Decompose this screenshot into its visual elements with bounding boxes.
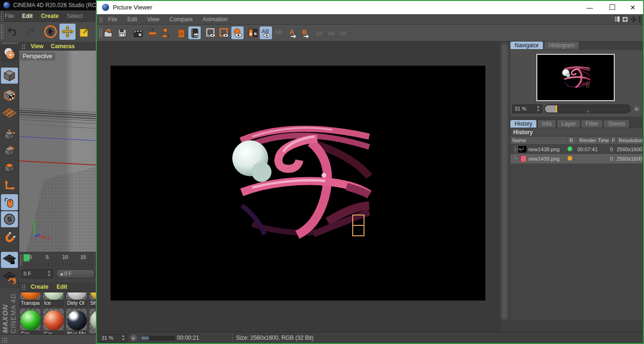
ab-grid-button[interactable]: AB <box>325 26 338 39</box>
history-row-1[interactable]: new1438.png 00:07:41 0 2560x1600 <box>510 145 643 154</box>
polygons-mode-button[interactable] <box>1 160 18 176</box>
set-as-b-button[interactable]: B <box>299 26 312 39</box>
viewport-menu-cameras[interactable]: Cameras <box>51 43 75 50</box>
live-selection-tool[interactable] <box>42 24 59 40</box>
tab-history[interactable]: History <box>510 120 537 128</box>
material-thumb-car-paint-green[interactable]: Car Pain <box>19 308 41 334</box>
set-as-a-button[interactable]: A <box>287 26 299 39</box>
material-menubar-grip[interactable] <box>21 284 26 290</box>
save-image-button[interactable]: ? <box>116 26 128 39</box>
status-zoom-menu-button[interactable]: ▶ <box>130 334 137 342</box>
palette-grip[interactable] <box>1 42 18 44</box>
undo-button[interactable] <box>5 24 21 40</box>
redo-button[interactable] <box>22 24 38 40</box>
viewport-solo-button[interactable] <box>1 194 18 210</box>
material-menu-edit[interactable]: Edit <box>57 284 68 290</box>
history-row-2[interactable]: new1439.png 0 2560x1600 <box>510 154 643 163</box>
navigator-zoom-slider[interactable] <box>544 104 631 113</box>
frame-spinner[interactable]: ▲▼ <box>47 270 51 277</box>
navigator-thumbnail[interactable] <box>536 54 615 101</box>
maximize-button[interactable]: ☐ <box>602 1 623 14</box>
tab-layer[interactable]: Layer <box>557 120 580 128</box>
open-image-button[interactable] <box>102 26 115 39</box>
timeline-ruler[interactable]: 0 5 10 15 <box>19 252 96 267</box>
show-alpha-button[interactable] <box>231 26 244 39</box>
axis-mode-button[interactable] <box>1 177 18 193</box>
magnet-snap-button[interactable] <box>1 230 18 246</box>
c4d-menu-select[interactable]: Select <box>67 13 82 19</box>
ab-sequence-button[interactable]: AB <box>337 26 349 39</box>
statusbar-grip[interactable] <box>1 337 8 343</box>
pv-titlebar[interactable]: Picture Viewer — ☐ ✕ <box>97 1 643 14</box>
pv-menu-compare[interactable]: Compare <box>169 16 193 23</box>
zoom-slider-marker[interactable] <box>556 105 557 112</box>
tab-stereo[interactable]: Stereo <box>603 120 629 128</box>
tab-histogram[interactable]: Histogram <box>544 41 579 50</box>
compare-ab-disabled-button[interactable]: AB <box>272 26 285 39</box>
show-image-a-button[interactable] <box>205 26 217 39</box>
history-section-title: History <box>510 128 643 137</box>
c4d-menu-file[interactable]: File <box>5 13 14 19</box>
close-button[interactable]: ✕ <box>622 1 643 14</box>
c4d-menu-edit[interactable]: Edit <box>22 13 33 19</box>
frame-slider[interactable]: ◀ 0 F <box>56 269 95 278</box>
compare-ab-button[interactable]: A B <box>247 26 259 39</box>
edges-mode-button[interactable] <box>1 143 18 159</box>
timeline-grip[interactable] <box>19 254 23 267</box>
tab-filter[interactable]: Filter <box>581 120 603 128</box>
history-column-headers[interactable]: Name R Render Time F Resolution <box>510 137 643 145</box>
pv-toolbar-grip[interactable] <box>98 28 102 38</box>
move-image-down-button[interactable] <box>146 26 159 39</box>
snap-s-button[interactable]: S <box>1 211 18 227</box>
material-thumb-blue-metal[interactable]: Blue Me <box>66 308 87 334</box>
add-cube-button[interactable] <box>1 68 18 84</box>
material-cube-button[interactable] <box>1 87 18 103</box>
scale-tool[interactable] <box>76 24 93 40</box>
render-settings-button[interactable] <box>132 26 144 39</box>
tab-navigator[interactable]: Navigator <box>510 41 543 50</box>
perspective-viewport[interactable]: Y X Perspective <box>19 51 96 255</box>
pv-menu-animation[interactable]: Animation <box>203 16 228 23</box>
material-thumb-partial-1[interactable]: Sh <box>89 292 96 307</box>
zoom-spinner[interactable]: ▲▼ <box>536 105 540 112</box>
reset-workplane-button[interactable] <box>1 270 18 286</box>
swap-ab-button[interactable]: AD <box>314 26 326 39</box>
image-vertical-scrollbar[interactable] <box>500 43 508 321</box>
tab-info[interactable]: Info <box>537 120 556 128</box>
copy-to-compare-button[interactable] <box>159 26 171 39</box>
zoom-slider-menu-button[interactable]: ▶ <box>633 105 641 112</box>
navigator-zoom-field[interactable]: 31 % ▲▼ <box>512 104 542 113</box>
minimize-button[interactable]: — <box>579 1 600 14</box>
delete-image-button[interactable] <box>175 26 187 39</box>
pv-menu-file[interactable]: File <box>108 16 117 23</box>
status-zoom-spinner[interactable]: ▲▼ <box>121 334 125 342</box>
material-thumb-ice-green[interactable]: Ice Gree <box>42 292 64 307</box>
material-thumb-car-paint-red[interactable]: Car Pain <box>42 308 64 334</box>
rendered-image-canvas[interactable] <box>110 66 485 301</box>
material-thumb-transparent[interactable]: Transpa <box>19 292 41 307</box>
move-tool[interactable] <box>59 24 76 40</box>
viewport-menubar-grip[interactable] <box>21 43 26 49</box>
render-progress-bar <box>141 336 175 340</box>
material-thumb-dirty-old[interactable]: Dirty Ol <box>66 292 87 307</box>
viewport-menu-view[interactable]: View <box>31 43 43 50</box>
c4d-menu-create[interactable]: Create <box>41 13 59 19</box>
compare-ab-eye-button[interactable]: AB <box>260 26 272 39</box>
pv-menu-edit[interactable]: Edit <box>127 16 137 23</box>
frame-number-field[interactable]: 0 F ▲▼ <box>21 269 53 278</box>
show-history-button[interactable] <box>188 26 201 39</box>
points-mode-button[interactable] <box>1 127 18 143</box>
pv-menu-view[interactable]: View <box>147 16 160 23</box>
show-image-b-button[interactable] <box>218 26 230 39</box>
render-view-button[interactable] <box>1 45 18 61</box>
status-zoom-field[interactable]: 31 % ▲▼ <box>99 334 127 343</box>
floor-grid-button[interactable] <box>1 105 18 121</box>
image-display-area[interactable] <box>97 42 500 332</box>
viewport-camera-label[interactable]: Perspective <box>20 52 55 60</box>
pv-menubar-grip[interactable] <box>99 17 103 22</box>
menubar-grip[interactable] <box>0 11 3 21</box>
lock-workplane-button[interactable] <box>1 252 18 268</box>
material-thumb-partial-2[interactable] <box>89 308 96 334</box>
toolbar-grip[interactable] <box>0 24 3 40</box>
material-menu-create[interactable]: Create <box>31 284 48 290</box>
